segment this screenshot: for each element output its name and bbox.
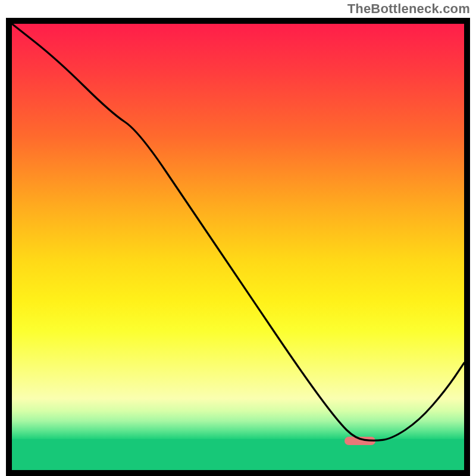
watermark-text: TheBottleneck.com [347,1,470,17]
curve-path [12,24,464,440]
chart-plot-area [12,24,464,470]
curve-svg [12,24,464,470]
